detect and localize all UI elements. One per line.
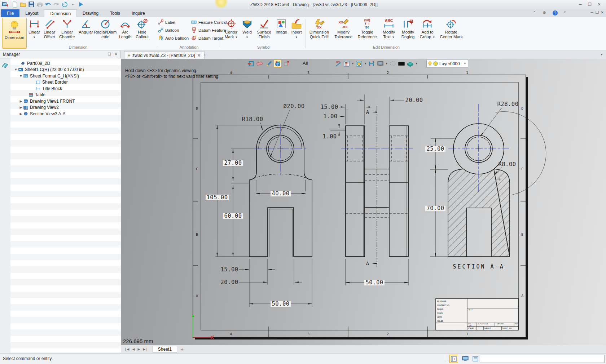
manager-view-icon[interactable]	[1, 61, 9, 71]
add-to-group-button[interactable]: Add toGroup ▼	[418, 18, 437, 40]
dimension-quick-edit-button[interactable]: DimensionQuick Edit	[308, 18, 331, 39]
drawing-canvas[interactable]: 4 3 2 1 4 3 2 1 D C B A D C B A	[121, 59, 606, 345]
xy-input-icon[interactable]: XY	[334, 60, 342, 67]
doc-restore-icon[interactable]: ❐	[596, 10, 599, 14]
tab-drawing[interactable]: Drawing	[77, 9, 104, 17]
new-tab-icon[interactable]: +	[203, 52, 206, 58]
caret-collapsed-icon[interactable]: ▶	[19, 106, 23, 109]
selection-set-icon[interactable]	[389, 60, 397, 67]
app-logo-icon[interactable]	[1, 1, 9, 8]
help-icon[interactable]: ?	[553, 10, 558, 15]
linear-button[interactable]: Linear▼	[27, 18, 41, 40]
quick-access-dropdown-icon[interactable]: ▾	[69, 1, 76, 8]
grid-snap-icon[interactable]	[343, 60, 350, 67]
tab-inquire[interactable]: Inquire	[126, 9, 151, 17]
dimension-button[interactable]: Dimension	[2, 18, 27, 49]
manager-float-icon[interactable]: ❐	[108, 52, 111, 56]
arc-length-button[interactable]: ArcLength	[118, 18, 133, 39]
tabbar-overflow-icon[interactable]: ▼	[600, 53, 603, 56]
tree-item-section-view3[interactable]: ▶Section View3 A-A	[19, 111, 66, 117]
input-mode-icon[interactable]: T	[449, 355, 458, 363]
regen-icon[interactable]	[61, 1, 68, 8]
weld-button[interactable]: Weld▼	[240, 18, 254, 40]
angular-button[interactable]: Angular	[77, 18, 95, 35]
datum-target-button[interactable]: Datum Target	[191, 35, 223, 41]
tab-dimension[interactable]: Dimension	[44, 9, 77, 17]
modify-tolerance-button[interactable]: ModifyTolerance	[332, 18, 355, 39]
new-file-icon[interactable]	[11, 1, 18, 8]
play-icon[interactable]	[78, 1, 85, 8]
insert-button[interactable]: Insert▼	[289, 18, 304, 40]
constraint-icon[interactable]	[368, 60, 376, 67]
toggle-reference-button[interactable]: ToggleReference	[356, 18, 378, 39]
image-button[interactable]: Image	[274, 18, 289, 35]
tree-item-sheet-format[interactable]: ▼Sheet Format C_H(ANSI)	[19, 73, 79, 79]
auto-balloon-button[interactable]: Auto Balloon	[158, 35, 189, 41]
layer-solid-icon[interactable]	[407, 60, 414, 67]
open-file-icon[interactable]	[19, 1, 27, 8]
eraser-icon[interactable]	[256, 60, 263, 67]
doc-close-icon[interactable]: ✕	[601, 10, 604, 14]
radial-diametric-button[interactable]: Radial/Diametric	[94, 18, 117, 39]
minimize-button[interactable]: ─	[576, 1, 585, 7]
tree-item-sheet-border[interactable]: Sheet Border	[31, 79, 68, 86]
layer-dropdown[interactable]: Layer0000 ▼	[426, 60, 468, 67]
document-tab[interactable]: + zw3d vs zw3d.Z3 - [Part009_2D] ✕	[124, 51, 205, 59]
sheet-tab-sheet1[interactable]: Sheet1	[153, 346, 177, 352]
dropdown-arrow-icon[interactable]: ▼	[385, 62, 388, 65]
command-input-field[interactable]	[480, 355, 605, 363]
tab-layout[interactable]: Layout	[19, 9, 44, 17]
caret-collapsed-icon[interactable]: ▶	[19, 112, 23, 116]
hole-callout-button[interactable]: HoleCallout	[133, 18, 151, 39]
feature-control-button[interactable]: Feature Control	[191, 19, 227, 26]
tree-item-drawing-view1[interactable]: ▶Drawing View1 FRONT	[19, 98, 75, 105]
tree-item-table[interactable]: Table	[24, 92, 45, 98]
caret-expanded-icon[interactable]: ▼	[14, 68, 18, 71]
doc-minimize-icon[interactable]: ─	[591, 10, 593, 14]
label-button[interactable]: Label	[158, 19, 175, 26]
prev-sheet-icon[interactable]: ◀	[132, 347, 135, 351]
add-sheet-icon[interactable]: +	[181, 346, 184, 352]
undo-display-icon[interactable]	[247, 60, 254, 67]
tree-item-title-block[interactable]: Title Block	[31, 85, 62, 92]
rotate-center-mark-button[interactable]: RotateCenter Mark	[438, 18, 465, 39]
balloon-button[interactable]: Balloon	[158, 27, 179, 34]
circle-snap-icon[interactable]	[355, 60, 363, 67]
command-log-icon[interactable]	[471, 355, 480, 363]
last-sheet-icon[interactable]: ▶❘	[143, 347, 148, 351]
dropdown-arrow-icon[interactable]: ▼	[351, 62, 354, 65]
redo-icon[interactable]	[53, 1, 60, 8]
section-view[interactable]	[448, 104, 510, 257]
dropdown-arrow-icon[interactable]: ▼	[415, 62, 418, 65]
close-button[interactable]: ✕	[594, 1, 604, 7]
tab-tools[interactable]: Tools	[104, 9, 126, 17]
save-icon[interactable]	[28, 1, 35, 8]
manager-close-icon[interactable]: ✕	[115, 52, 118, 56]
center-mark-button[interactable]: CenterMark ▼	[223, 18, 240, 40]
settings-gear-icon[interactable]: ⚙	[543, 10, 546, 15]
brush-icon[interactable]	[265, 60, 272, 67]
undo-icon[interactable]	[44, 1, 52, 8]
modify-text-button[interactable]: ModifyText ▼	[380, 18, 398, 40]
display-mode-icon[interactable]	[377, 60, 384, 67]
tree-item-sheet1[interactable]: ▼Sheet1 C(H) (22.00 x 17.00 in)	[14, 67, 84, 73]
linear-offset-button[interactable]: LinearOffset	[42, 18, 57, 39]
dropdown-arrow-icon[interactable]: ▼	[364, 62, 367, 65]
linear-chamfer-button[interactable]: LinearChamfer	[58, 18, 76, 39]
modify-dogleg-button[interactable]: ModifyDogleg	[399, 18, 417, 39]
tree-item-drawing-view2[interactable]: ▶Drawing View2	[19, 105, 59, 111]
help-dropdown-icon[interactable]: ▾	[564, 10, 566, 15]
caret-collapsed-icon[interactable]: ▶	[19, 99, 23, 103]
show-entities-icon[interactable]	[274, 60, 281, 67]
tree-item-part[interactable]: Part009_2D	[16, 60, 50, 67]
print-icon[interactable]	[36, 1, 43, 8]
tab-file[interactable]: File	[1, 9, 19, 17]
tab-close-icon[interactable]: ✕	[197, 53, 201, 58]
first-sheet-icon[interactable]: ❘◀	[124, 347, 129, 351]
filter-all-dropdown[interactable]: All	[302, 61, 309, 66]
restore-button[interactable]: ❐	[585, 1, 594, 7]
collapse-ribbon-icon[interactable]: ⌃	[533, 10, 536, 15]
filter-icon[interactable]	[283, 60, 290, 67]
display-monitor-icon[interactable]	[461, 355, 470, 363]
next-sheet-icon[interactable]: ▶	[137, 347, 140, 351]
